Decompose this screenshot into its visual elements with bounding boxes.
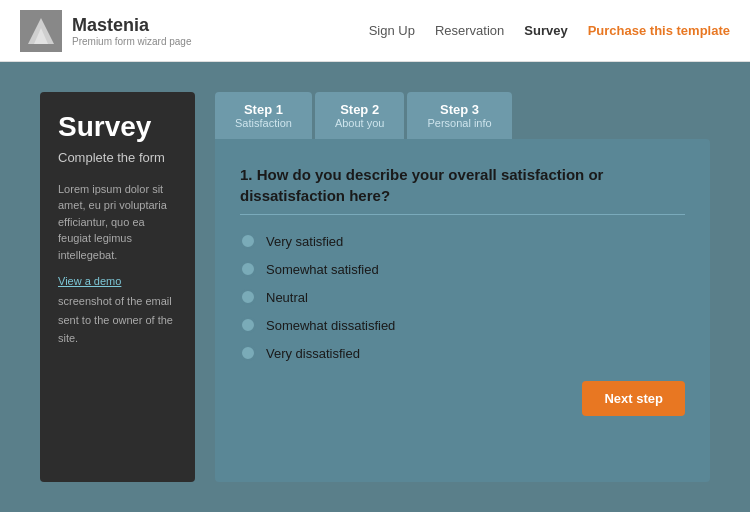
logo-text: Mastenia Premium form wizard page bbox=[72, 15, 191, 47]
option-very-satisfied-label: Very satisfied bbox=[266, 234, 343, 249]
nav-survey[interactable]: Survey bbox=[524, 23, 567, 38]
radio-neutral[interactable] bbox=[240, 289, 256, 305]
radio-somewhat-dissatisfied[interactable] bbox=[240, 317, 256, 333]
step-3-number: Step 3 bbox=[427, 102, 491, 117]
step-2-label: About you bbox=[335, 117, 385, 129]
steps: Step 1 Satisfaction Step 2 About you Ste… bbox=[215, 92, 710, 139]
option-somewhat-dissatisfied-label: Somewhat dissatisfied bbox=[266, 318, 395, 333]
logo-icon bbox=[20, 10, 62, 52]
option-somewhat-satisfied[interactable]: Somewhat satisfied bbox=[240, 261, 685, 277]
main-content: Survey Complete the form Lorem ipsum dol… bbox=[0, 62, 750, 512]
step-2[interactable]: Step 2 About you bbox=[315, 92, 405, 139]
nav-purchase[interactable]: Purchase this template bbox=[588, 23, 730, 38]
options-list: Very satisfied Somewhat satisfied Neutra… bbox=[240, 233, 685, 361]
logo-area: Mastenia Premium form wizard page bbox=[20, 10, 369, 52]
radio-somewhat-satisfied[interactable] bbox=[240, 261, 256, 277]
nav: Sign Up Reservation Survey Purchase this… bbox=[369, 23, 730, 38]
sidebar-title: Survey bbox=[58, 112, 177, 143]
sidebar-link-description: screenshot of the email sent to the owne… bbox=[58, 295, 173, 344]
option-somewhat-satisfied-label: Somewhat satisfied bbox=[266, 262, 379, 277]
nav-signup[interactable]: Sign Up bbox=[369, 23, 415, 38]
question-title: 1. How do you describe your overall sati… bbox=[240, 164, 685, 206]
step-3[interactable]: Step 3 Personal info bbox=[407, 92, 511, 139]
step-1[interactable]: Step 1 Satisfaction bbox=[215, 92, 312, 139]
sidebar-demo-link[interactable]: View a demo bbox=[58, 275, 177, 287]
radio-very-dissatisfied[interactable] bbox=[240, 345, 256, 361]
step-1-number: Step 1 bbox=[235, 102, 292, 117]
question-divider bbox=[240, 214, 685, 215]
radio-very-satisfied[interactable] bbox=[240, 233, 256, 249]
logo-subtitle: Premium form wizard page bbox=[72, 36, 191, 47]
sidebar-subtitle: Complete the form bbox=[58, 149, 177, 167]
step-3-label: Personal info bbox=[427, 117, 491, 129]
step-2-number: Step 2 bbox=[335, 102, 385, 117]
nav-reservation[interactable]: Reservation bbox=[435, 23, 504, 38]
option-very-dissatisfied-label: Very dissatisfied bbox=[266, 346, 360, 361]
form-panel: 1. How do you describe your overall sati… bbox=[215, 139, 710, 482]
logo-title: Mastenia bbox=[72, 15, 191, 36]
sidebar-description: Lorem ipsum dolor sit amet, eu pri volup… bbox=[58, 181, 177, 264]
form-footer: Next step bbox=[240, 381, 685, 416]
option-somewhat-dissatisfied[interactable]: Somewhat dissatisfied bbox=[240, 317, 685, 333]
option-neutral-label: Neutral bbox=[266, 290, 308, 305]
option-neutral[interactable]: Neutral bbox=[240, 289, 685, 305]
option-very-dissatisfied[interactable]: Very dissatisfied bbox=[240, 345, 685, 361]
sidebar: Survey Complete the form Lorem ipsum dol… bbox=[40, 92, 195, 482]
next-step-button[interactable]: Next step bbox=[582, 381, 685, 416]
header: Mastenia Premium form wizard page Sign U… bbox=[0, 0, 750, 62]
option-very-satisfied[interactable]: Very satisfied bbox=[240, 233, 685, 249]
step-1-label: Satisfaction bbox=[235, 117, 292, 129]
form-area: Step 1 Satisfaction Step 2 About you Ste… bbox=[215, 92, 710, 482]
